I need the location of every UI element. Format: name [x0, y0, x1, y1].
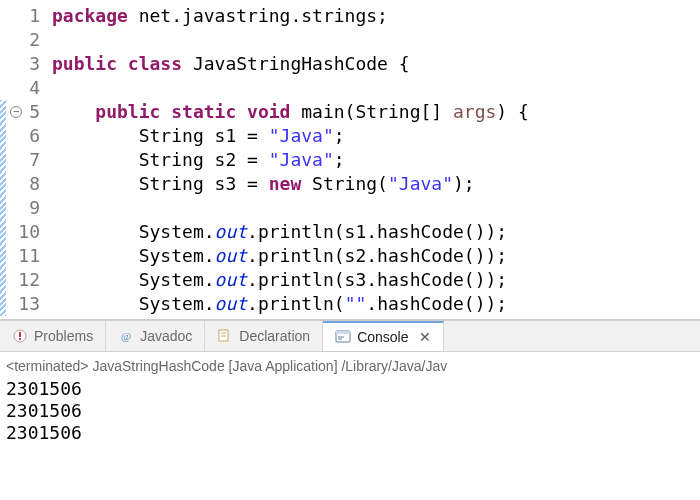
code-line[interactable]: System.out.println("".hashCode()); — [52, 292, 529, 316]
svg-text:@: @ — [121, 330, 131, 342]
change-marker — [0, 172, 6, 196]
code-line[interactable]: String s3 = new String("Java"); — [52, 172, 529, 196]
line-number: 7 — [12, 148, 40, 172]
change-marker — [0, 124, 6, 148]
code-line[interactable]: String s2 = "Java"; — [52, 148, 529, 172]
code-area[interactable]: package net.javastring.strings;public cl… — [48, 0, 529, 319]
console-panel: <terminated> JavaStringHashCode [Java Ap… — [0, 352, 700, 500]
change-marker — [0, 28, 6, 52]
code-line[interactable]: System.out.println(s2.hashCode()); — [52, 244, 529, 268]
tab-console[interactable]: Console ✕ — [323, 321, 443, 351]
code-line[interactable] — [52, 196, 529, 220]
line-number: 13 — [12, 292, 40, 316]
line-number: 8 — [12, 172, 40, 196]
change-marker — [0, 196, 6, 220]
line-number-gutter: 12345678910111213 — [8, 0, 48, 319]
line-number: 4 — [12, 76, 40, 100]
change-marker — [0, 52, 6, 76]
tab-problems[interactable]: Problems — [0, 321, 106, 351]
line-number: 6 — [12, 124, 40, 148]
console-icon — [335, 329, 351, 345]
svg-rect-2 — [19, 338, 21, 340]
code-line[interactable]: package net.javastring.strings; — [52, 4, 529, 28]
code-editor[interactable]: 12345678910111213 package net.javastring… — [0, 0, 700, 320]
svg-rect-1 — [19, 332, 21, 337]
code-line[interactable]: String s1 = "Java"; — [52, 124, 529, 148]
console-line: 2301506 — [6, 400, 694, 422]
code-line[interactable]: public class JavaStringHashCode { — [52, 52, 529, 76]
line-number: 9 — [12, 196, 40, 220]
javadoc-icon: @ — [118, 328, 134, 344]
code-line[interactable]: System.out.println(s3.hashCode()); — [52, 268, 529, 292]
close-icon[interactable]: ✕ — [419, 329, 431, 345]
console-line: 2301506 — [6, 378, 694, 400]
line-number: 5 — [12, 100, 40, 124]
tab-label: Javadoc — [140, 328, 192, 344]
tab-javadoc[interactable]: @ Javadoc — [106, 321, 205, 351]
line-number: 3 — [12, 52, 40, 76]
line-number: 11 — [12, 244, 40, 268]
code-line[interactable]: public static void main(String[] args) { — [52, 100, 529, 124]
declaration-icon — [217, 328, 233, 344]
code-line[interactable]: System.out.println(s1.hashCode()); — [52, 220, 529, 244]
change-marker — [0, 292, 6, 316]
change-marker — [0, 100, 6, 124]
line-number: 12 — [12, 268, 40, 292]
change-marker — [0, 244, 6, 268]
tab-declaration[interactable]: Declaration — [205, 321, 323, 351]
console-line: 2301506 — [6, 422, 694, 444]
line-number: 1 — [12, 4, 40, 28]
bottom-tab-bar: Problems @ Javadoc Declaration Console ✕ — [0, 320, 700, 352]
tab-label: Console — [357, 329, 408, 345]
problems-icon — [12, 328, 28, 344]
change-marker — [0, 220, 6, 244]
tab-label: Problems — [34, 328, 93, 344]
change-marker — [0, 76, 6, 100]
change-marker — [0, 268, 6, 292]
console-output[interactable]: 230150623015062301506 — [6, 378, 694, 444]
tab-label: Declaration — [239, 328, 310, 344]
svg-rect-8 — [336, 331, 350, 334]
change-marker — [0, 4, 6, 28]
change-marker — [0, 148, 6, 172]
line-number: 2 — [12, 28, 40, 52]
code-line[interactable] — [52, 28, 529, 52]
fold-toggle-icon[interactable] — [10, 106, 22, 118]
console-status: <terminated> JavaStringHashCode [Java Ap… — [6, 356, 694, 378]
line-number: 10 — [12, 220, 40, 244]
code-line[interactable] — [52, 76, 529, 100]
